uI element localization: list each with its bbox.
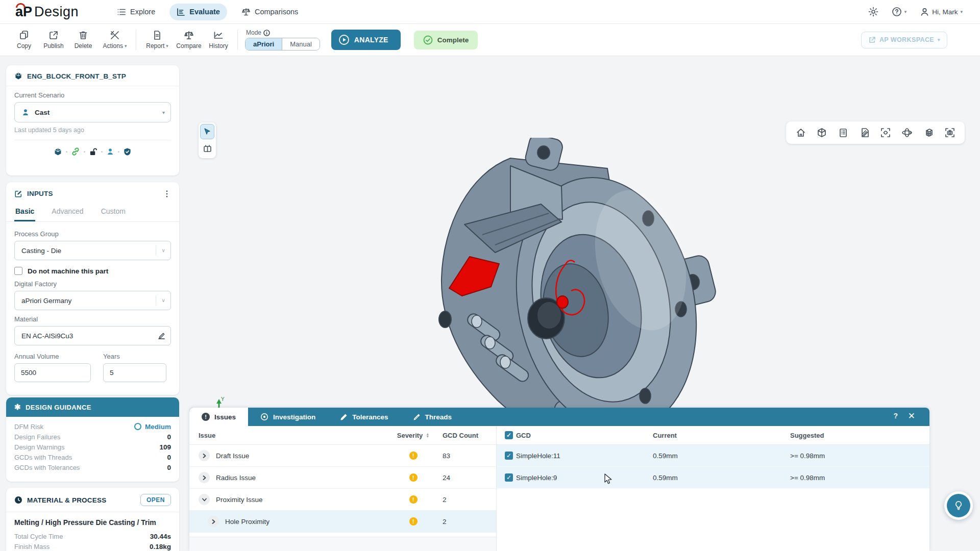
table-scrollbar-track[interactable] [189, 537, 496, 551]
divider [156, 245, 156, 256]
mode-label: Mode [246, 29, 261, 36]
design-warnings-row: Design Warnings 109 [14, 442, 171, 452]
dfm-risk-row: DFM Risk Medium [14, 421, 171, 432]
tab-investigation[interactable]: Investigation [248, 408, 328, 426]
mesh-cube-icon[interactable] [924, 128, 934, 138]
gcd-header[interactable]: GCD [516, 432, 653, 439]
assignee-user-icon[interactable] [106, 147, 114, 156]
dock-help-icon[interactable]: ? [893, 412, 898, 420]
trash-icon [78, 30, 88, 40]
current-header[interactable]: Current [653, 432, 790, 439]
gcd-table: ✓ GCD Current Suggested ✓ SimpleHole:11 … [496, 426, 929, 551]
gcd-row-simplehole-9[interactable]: ✓ SimpleHole:9 0.59mm >= 0.98mm [497, 467, 929, 489]
mode-toggle: aPriori Manual [245, 38, 320, 51]
history-button[interactable]: History [204, 30, 233, 49]
scenario-select[interactable]: Cast ▾ [14, 102, 171, 122]
orbit-rotate-icon[interactable] [901, 128, 913, 138]
material-process-title: MATERIAL & PROCESS [27, 496, 106, 504]
info-icon[interactable] [263, 30, 270, 36]
issue-row-proximity[interactable]: Proximity Issue ! 2 [189, 489, 496, 511]
iso-view-cube-icon[interactable] [817, 128, 827, 138]
tab-advanced[interactable]: Advanced [51, 202, 84, 221]
copy-label: Copy [17, 42, 31, 49]
actions-button[interactable]: Actions▾ [98, 30, 132, 49]
chevron-right-icon[interactable] [208, 516, 219, 527]
help-menu[interactable]: ▾ [892, 7, 907, 17]
nav-evaluate[interactable]: Evaluate [169, 4, 227, 20]
chevron-right-icon[interactable] [199, 450, 210, 461]
snapshot-camera-icon[interactable] [945, 128, 955, 138]
issue-header[interactable]: Issue [189, 432, 389, 439]
process-group-select[interactable]: Casting - Die ˅ [14, 241, 171, 260]
chevron-down-icon: ˅ [162, 298, 165, 304]
gcd-count-header[interactable]: GCD Count [437, 432, 496, 439]
annual-volume-input[interactable]: 5500 [14, 363, 91, 382]
chevron-down-icon[interactable] [199, 494, 210, 505]
copy-button[interactable]: Copy [9, 30, 39, 49]
kebab-menu-icon[interactable]: ⋮ [163, 189, 171, 198]
edit-pencil-icon[interactable] [158, 332, 165, 340]
material-field[interactable]: EN AC-AlSi9Cu3 [14, 326, 171, 345]
section-box-tool[interactable] [200, 141, 214, 157]
user-menu[interactable]: Hi, Mark ▾ [920, 7, 963, 17]
nav-explore[interactable]: Explore [110, 4, 162, 20]
publish-button[interactable]: Publish [39, 30, 68, 49]
select-cursor-tool[interactable] [200, 124, 214, 139]
user-name: Hi, Mark [932, 8, 958, 16]
section-plane-icon[interactable] [859, 128, 869, 138]
nav-comparisons[interactable]: Comparisons [234, 4, 305, 20]
shield-check-icon[interactable] [123, 147, 132, 156]
scenario-cube-icon[interactable] [54, 147, 62, 156]
logo-design: Design [34, 4, 79, 20]
tab-threads[interactable]: Threads [401, 408, 464, 426]
notes-clipboard-icon[interactable] [838, 128, 848, 138]
issue-row-hole-proximity[interactable]: Hole Proximity ! 2 [189, 511, 496, 533]
viewport-tool-palette [199, 122, 216, 158]
analyze-label: ANALYZE [354, 36, 388, 44]
analyze-button[interactable]: ANALYZE [331, 30, 401, 50]
row-checkbox[interactable]: ✓ [505, 452, 513, 460]
assistant-fab[interactable] [944, 491, 973, 520]
issue-row-draft[interactable]: Draft Issue ! 83 [189, 445, 496, 467]
do-not-machine-label: Do not machine this part [28, 267, 108, 275]
publish-icon [48, 30, 59, 40]
digital-factory-label: Digital Factory [14, 280, 171, 288]
settings-gear-icon[interactable] [868, 7, 878, 17]
severity-header[interactable]: Severity ▲▼ [389, 432, 437, 439]
unlock-icon[interactable] [89, 147, 97, 156]
tab-basic[interactable]: Basic [14, 202, 35, 221]
row-checkbox[interactable]: ✓ [505, 473, 513, 482]
mode-apriori-option[interactable]: aPriori [246, 38, 282, 50]
complete-badge: Complete [414, 31, 478, 49]
tab-issues[interactable]: ! Issues [189, 408, 248, 426]
select-all-checkbox[interactable]: ✓ [505, 431, 513, 439]
process-routing: Melting / High Pressure Die Casting / Tr… [14, 518, 171, 527]
tab-tolerances[interactable]: Tolerances [328, 408, 400, 426]
digital-factory-select[interactable]: aPriori Germany ˅ [14, 291, 171, 310]
zoom-fit-icon[interactable] [880, 128, 891, 138]
ap-workspace-button[interactable]: AP WORKSPACE ▾ [861, 32, 947, 48]
link-icon[interactable] [71, 147, 80, 156]
design-guidance-title: DESIGN GUIDANCE [26, 404, 91, 411]
process-group-label: Process Group [14, 230, 171, 238]
do-not-machine-checkbox[interactable] [14, 267, 22, 275]
issue-row-radius[interactable]: Radius Issue ! 24 [189, 467, 496, 489]
home-view-icon[interactable] [796, 128, 806, 138]
mode-manual-option[interactable]: Manual [282, 38, 320, 50]
sort-icon[interactable]: ▲▼ [426, 433, 429, 438]
copy-icon [19, 30, 29, 40]
lightbulb-icon [953, 500, 964, 511]
years-input[interactable]: 5 [103, 363, 166, 382]
chevron-right-icon[interactable] [199, 472, 210, 483]
suggested-header[interactable]: Suggested [790, 432, 929, 439]
dock-close-icon[interactable]: ✕ [908, 411, 915, 421]
delete-button[interactable]: Delete [68, 30, 98, 49]
last-updated: Last updated 5 days ago [14, 127, 171, 134]
threads-screw-icon [413, 413, 421, 421]
compare-button[interactable]: Compare [174, 31, 204, 49]
tools-icon [110, 30, 120, 40]
gcd-row-simplehole-11[interactable]: ✓ SimpleHole:11 0.59mm >= 0.98mm [497, 445, 929, 467]
report-button[interactable]: Report▾ [140, 30, 174, 49]
tab-custom[interactable]: Custom [100, 202, 127, 221]
open-button[interactable]: OPEN [140, 494, 171, 506]
